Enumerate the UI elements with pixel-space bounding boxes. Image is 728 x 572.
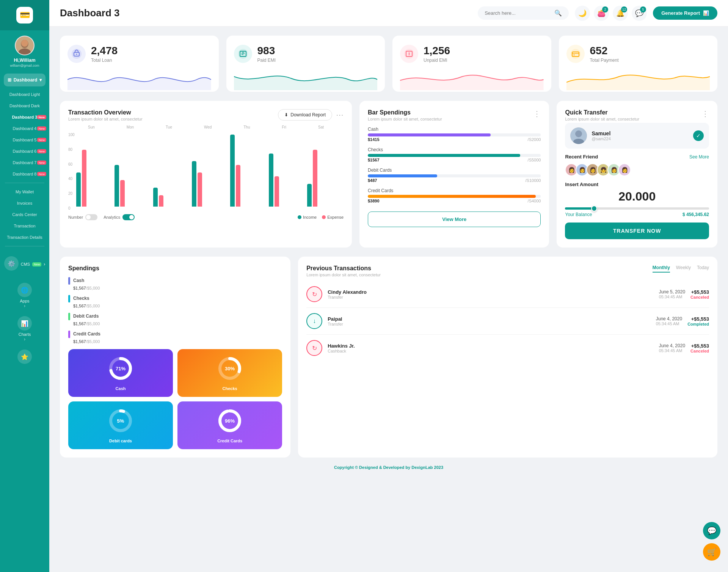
spendings-card: Spendings Cash $1,567/$5,000 Checks [60, 257, 290, 458]
new-badge: New [37, 172, 46, 176]
sidebar-item-dashboard-8[interactable]: Dashboard 8 New [0, 168, 49, 180]
content-area: 2,478 Total Loan 983 Paid EM [49, 27, 728, 486]
bell-notifications-btn[interactable]: 🔔 12 [613, 6, 628, 21]
fab-support[interactable]: 💬 [703, 522, 720, 539]
sidebar-item-apps[interactable]: 🌐 Apps › [0, 279, 49, 312]
sidebar-item-invoices[interactable]: Invoices [0, 197, 49, 209]
page-title: Dashboard 3 [60, 7, 472, 19]
wallet-notifications-btn[interactable]: 👛 2 [594, 6, 609, 21]
svg-text:96%: 96% [225, 418, 235, 424]
logo-icon: 💳 [16, 7, 33, 24]
dashboard-grid-icon: ⊞ [8, 77, 11, 83]
sidebar-item-charts[interactable]: 📊 Charts › [0, 312, 49, 346]
sidebar-divider-1 [5, 183, 44, 183]
insert-amount-label: Insert Amount [565, 182, 709, 187]
unpaid-emi-icon [400, 45, 418, 63]
analytics-toggle-pill[interactable] [122, 214, 135, 220]
sidebar-item-dashboard-5[interactable]: Dashboard 5 New [0, 134, 49, 146]
tab-today[interactable]: Today [697, 265, 709, 273]
sidebar-item-transaction-details[interactable]: Transaction Details [0, 232, 49, 243]
previous-transactions-card: Previous Transactions Lorem ipsum dolor … [298, 257, 717, 458]
sidebar-item-dashboard-3[interactable]: Dashboard 3 New [0, 111, 49, 123]
trans-icon-cindy: ↻ [306, 286, 322, 302]
transaction-overview-card: Transaction Overview Lorem ipsum dolor s… [60, 101, 352, 248]
donut-grid: 71% Cash 30% [68, 349, 282, 449]
bar-chart: Sun Mon Tue Wed Thu Fri Sat 100806040200 [68, 125, 344, 210]
checks-bar-indicator [68, 295, 70, 302]
brand-link[interactable]: DexignLab [411, 465, 433, 470]
svg-point-15 [575, 130, 582, 137]
view-more-button[interactable]: View More [368, 212, 541, 227]
sidebar-item-dashboard-light[interactable]: Dashboard Light [0, 89, 49, 100]
download-report-button[interactable]: ⬇ Download Report [278, 109, 332, 121]
more-options-button[interactable]: ⋯ [336, 110, 344, 119]
apps-icon: 🌐 [17, 283, 32, 297]
total-loan-label: Total Loan [91, 58, 118, 63]
see-more-link[interactable]: See More [689, 154, 709, 160]
bar-spendings-subtitle: Lorem ipsum dolor sit amet, consectetur [368, 117, 442, 121]
chart-y-labels: 100806040200 [68, 131, 75, 210]
search-input[interactable] [485, 10, 551, 16]
quick-transfer-card: Quick Transfer Lorem ipsum dolor sit ame… [557, 101, 717, 248]
chart-footer: Number Analytics Income Expe [68, 214, 344, 220]
sidebar-item-cards-center[interactable]: Cards Center [0, 209, 49, 220]
spending-row-credit: Credit Cards $3890/S4000 [368, 188, 541, 203]
transaction-overview-subtitle: Lorem ipsum dolor sit amet, consectetur [68, 117, 143, 121]
sidebar-item-cms[interactable]: ⚙️ CMS New › [0, 249, 49, 279]
transfer-avatar [570, 127, 587, 144]
sidebar-item-dashboard-dark[interactable]: Dashboard Dark [0, 100, 49, 111]
tab-monthly[interactable]: Monthly [653, 265, 670, 273]
number-toggle: Number [68, 214, 97, 220]
sidebar-item-dashboard-6[interactable]: Dashboard 6 New [0, 146, 49, 157]
sidebar-item-transaction[interactable]: Transaction [0, 220, 49, 232]
friend-avatar-6[interactable]: 👩 [618, 163, 631, 176]
transfer-user-name: Samuel [592, 130, 610, 136]
donut-card-cash: 71% Cash [68, 349, 173, 397]
sidebar-item-dashboard-4[interactable]: Dashboard 4 New [0, 123, 49, 134]
theme-toggle-btn[interactable]: 🌙 [575, 6, 590, 21]
unpaid-emi-number: 1,256 [424, 45, 450, 57]
sidebar-item-dashboard-7[interactable]: Dashboard 7 New [0, 157, 49, 168]
donut-card-credit: 96% Credit Cards [177, 401, 282, 449]
prev-trans-subtitle: Lorem ipsum dolor sit amet, consectetur [306, 273, 381, 277]
debit-bar-indicator [68, 313, 70, 320]
chat-notifications-btn[interactable]: 💬 5 [632, 6, 647, 21]
total-payment-icon [566, 45, 585, 63]
dashboard-menu-btn[interactable]: ⊞ Dashboard ▾ [4, 74, 46, 86]
svg-text:71%: 71% [116, 366, 126, 371]
chevron-right-icon: › [24, 303, 25, 309]
chat-badge: 5 [640, 6, 646, 13]
user-name: Hi,William [14, 58, 35, 63]
new-badge: New [37, 149, 46, 154]
quick-transfer-more-btn[interactable]: ⋮ [701, 109, 709, 118]
income-legend: Income [298, 215, 317, 219]
sidebar-item-favorites[interactable]: ⭐ [0, 346, 49, 369]
spending-row-cash: Cash $1415/S2000 [368, 127, 541, 142]
expense-legend: Expense [322, 215, 344, 219]
chart-bars [76, 131, 344, 207]
transfer-now-button[interactable]: TRANSFER NOW [565, 223, 709, 239]
sidebar-divider-2 [5, 246, 44, 246]
search-bar[interactable]: 🔍 [478, 6, 569, 20]
tab-weekly[interactable]: Weekly [676, 265, 691, 273]
sidebar-item-my-wallet[interactable]: My Wallet [0, 186, 49, 197]
topbar-icons: 🌙 👛 2 🔔 12 💬 5 [575, 6, 647, 21]
paid-emi-number: 983 [257, 45, 276, 57]
fab-cart[interactable]: 🛒 [703, 543, 720, 561]
number-toggle-pill[interactable] [85, 214, 97, 220]
unpaid-emi-label: Unpaid EMI [424, 58, 450, 63]
transaction-overview-title: Transaction Overview [68, 109, 143, 116]
trans-icon-paipal: ↓ [306, 313, 322, 329]
floating-action-buttons: 💬 🛒 [703, 522, 720, 561]
spendings-list: Cash $1,567/$5,000 Checks $1,567/$5,000 [68, 277, 282, 344]
trans-icon-hawkins: ↻ [306, 340, 322, 356]
bar-spendings-more-btn[interactable]: ⋮ [533, 109, 541, 118]
star-icon: ⭐ [17, 349, 32, 364]
generate-report-button[interactable]: Generate Report 📊 [653, 6, 717, 20]
total-loan-icon [67, 45, 86, 63]
income-dot [298, 215, 301, 219]
dashboard-btn-label: Dashboard [14, 77, 38, 83]
stat-card-paid-emi: 983 Paid EMI [226, 36, 385, 92]
charts-icon: 📊 [17, 316, 32, 331]
amount-slider[interactable] [565, 207, 709, 210]
